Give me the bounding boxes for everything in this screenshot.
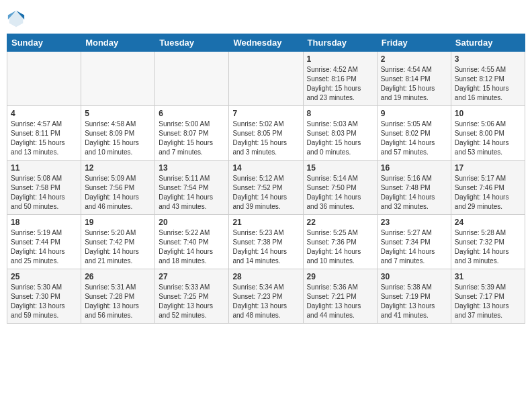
day-number: 22 (307, 218, 373, 227)
calendar-week-1: 1Sunrise: 4:52 AMSunset: 8:16 PMDaylight… (7, 52, 525, 106)
calendar-cell: 8Sunrise: 5:03 AMSunset: 8:03 PMDaylight… (303, 106, 377, 161)
logo (7, 9, 28, 28)
day-info: Sunrise: 5:27 AMSunset: 7:34 PMDaylight:… (381, 228, 447, 266)
calendar-cell: 24Sunrise: 5:28 AMSunset: 7:32 PMDayligh… (451, 215, 525, 269)
calendar-cell: 18Sunrise: 5:19 AMSunset: 7:44 PMDayligh… (7, 215, 81, 269)
day-number: 6 (159, 109, 225, 118)
day-info: Sunrise: 5:16 AMSunset: 7:48 PMDaylight:… (381, 174, 447, 212)
day-number: 25 (11, 272, 77, 281)
calendar-cell: 21Sunrise: 5:23 AMSunset: 7:38 PMDayligh… (229, 215, 303, 269)
calendar-cell: 25Sunrise: 5:30 AMSunset: 7:30 PMDayligh… (7, 269, 81, 324)
day-number: 20 (159, 218, 225, 227)
day-number: 3 (455, 54, 521, 64)
calendar-week-3: 11Sunrise: 5:08 AMSunset: 7:58 PMDayligh… (7, 161, 525, 215)
day-number: 15 (307, 163, 373, 173)
day-number: 2 (381, 54, 447, 64)
day-number: 26 (85, 272, 151, 281)
day-info: Sunrise: 5:08 AMSunset: 7:58 PMDaylight:… (11, 174, 77, 212)
day-info: Sunrise: 5:33 AMSunset: 7:25 PMDaylight:… (159, 283, 225, 320)
day-header-thursday: Thursday (303, 34, 377, 52)
day-number: 16 (381, 163, 447, 173)
day-number: 7 (232, 109, 299, 118)
calendar-cell: 26Sunrise: 5:31 AMSunset: 7:28 PMDayligh… (81, 269, 155, 324)
day-number: 31 (455, 272, 521, 281)
day-info: Sunrise: 5:23 AMSunset: 7:38 PMDaylight:… (232, 228, 299, 266)
day-header-sunday: Sunday (7, 34, 81, 52)
calendar-cell: 7Sunrise: 5:02 AMSunset: 8:05 PMDaylight… (229, 106, 303, 161)
day-number: 11 (11, 163, 77, 173)
calendar-week-5: 25Sunrise: 5:30 AMSunset: 7:30 PMDayligh… (7, 269, 525, 324)
day-info: Sunrise: 4:52 AMSunset: 8:16 PMDaylight:… (307, 65, 373, 103)
day-number: 9 (381, 109, 447, 118)
day-info: Sunrise: 5:31 AMSunset: 7:28 PMDaylight:… (85, 283, 151, 320)
calendar-cell: 10Sunrise: 5:06 AMSunset: 8:00 PMDayligh… (451, 106, 525, 161)
calendar-header-row: SundayMondayTuesdayWednesdayThursdayFrid… (7, 34, 525, 52)
day-info: Sunrise: 5:06 AMSunset: 8:00 PMDaylight:… (455, 120, 521, 157)
calendar-cell (229, 52, 303, 106)
day-number: 29 (307, 272, 373, 281)
calendar-week-2: 4Sunrise: 4:57 AMSunset: 8:11 PMDaylight… (7, 106, 525, 161)
calendar-cell (81, 52, 155, 106)
day-info: Sunrise: 5:39 AMSunset: 7:17 PMDaylight:… (455, 283, 521, 320)
day-info: Sunrise: 5:11 AMSunset: 7:54 PMDaylight:… (159, 174, 225, 212)
day-header-monday: Monday (81, 34, 155, 52)
day-number: 27 (159, 272, 225, 281)
calendar-cell: 14Sunrise: 5:12 AMSunset: 7:52 PMDayligh… (229, 161, 303, 215)
day-number: 4 (11, 109, 77, 118)
calendar-cell: 30Sunrise: 5:38 AMSunset: 7:19 PMDayligh… (377, 269, 451, 324)
calendar-cell: 13Sunrise: 5:11 AMSunset: 7:54 PMDayligh… (155, 161, 229, 215)
calendar-cell: 1Sunrise: 4:52 AMSunset: 8:16 PMDaylight… (303, 52, 377, 106)
day-info: Sunrise: 4:54 AMSunset: 8:14 PMDaylight:… (381, 65, 447, 103)
calendar-cell: 11Sunrise: 5:08 AMSunset: 7:58 PMDayligh… (7, 161, 81, 215)
day-number: 10 (455, 109, 521, 118)
calendar-cell: 6Sunrise: 5:00 AMSunset: 8:07 PMDaylight… (155, 106, 229, 161)
calendar-cell: 17Sunrise: 5:17 AMSunset: 7:46 PMDayligh… (451, 161, 525, 215)
day-info: Sunrise: 4:58 AMSunset: 8:09 PMDaylight:… (85, 120, 151, 157)
calendar-cell: 19Sunrise: 5:20 AMSunset: 7:42 PMDayligh… (81, 215, 155, 269)
day-info: Sunrise: 5:00 AMSunset: 8:07 PMDaylight:… (159, 120, 225, 157)
calendar-cell: 16Sunrise: 5:16 AMSunset: 7:48 PMDayligh… (377, 161, 451, 215)
calendar-cell: 2Sunrise: 4:54 AMSunset: 8:14 PMDaylight… (377, 52, 451, 106)
calendar-cell: 15Sunrise: 5:14 AMSunset: 7:50 PMDayligh… (303, 161, 377, 215)
calendar-cell (7, 52, 81, 106)
page-header (7, 7, 525, 28)
calendar-cell: 4Sunrise: 4:57 AMSunset: 8:11 PMDaylight… (7, 106, 81, 161)
day-info: Sunrise: 5:25 AMSunset: 7:36 PMDaylight:… (307, 228, 373, 266)
day-header-saturday: Saturday (451, 34, 525, 52)
day-number: 14 (232, 163, 299, 173)
day-info: Sunrise: 5:02 AMSunset: 8:05 PMDaylight:… (232, 120, 299, 157)
day-info: Sunrise: 5:38 AMSunset: 7:19 PMDaylight:… (381, 283, 447, 320)
day-number: 24 (455, 218, 521, 227)
logo-icon (7, 9, 26, 28)
calendar-cell: 27Sunrise: 5:33 AMSunset: 7:25 PMDayligh… (155, 269, 229, 324)
day-info: Sunrise: 5:19 AMSunset: 7:44 PMDaylight:… (11, 228, 77, 266)
day-info: Sunrise: 5:20 AMSunset: 7:42 PMDaylight:… (85, 228, 151, 266)
day-info: Sunrise: 5:14 AMSunset: 7:50 PMDaylight:… (307, 174, 373, 212)
calendar-cell (155, 52, 229, 106)
calendar-cell: 29Sunrise: 5:36 AMSunset: 7:21 PMDayligh… (303, 269, 377, 324)
calendar-cell: 9Sunrise: 5:05 AMSunset: 8:02 PMDaylight… (377, 106, 451, 161)
day-info: Sunrise: 5:09 AMSunset: 7:56 PMDaylight:… (85, 174, 151, 212)
calendar-cell: 20Sunrise: 5:22 AMSunset: 7:40 PMDayligh… (155, 215, 229, 269)
day-number: 5 (85, 109, 151, 118)
day-info: Sunrise: 5:03 AMSunset: 8:03 PMDaylight:… (307, 120, 373, 157)
day-number: 17 (455, 163, 521, 173)
calendar-cell: 23Sunrise: 5:27 AMSunset: 7:34 PMDayligh… (377, 215, 451, 269)
calendar-table: SundayMondayTuesdayWednesdayThursdayFrid… (7, 34, 525, 324)
day-number: 23 (381, 218, 447, 227)
day-info: Sunrise: 5:34 AMSunset: 7:23 PMDaylight:… (232, 283, 299, 320)
calendar-cell: 12Sunrise: 5:09 AMSunset: 7:56 PMDayligh… (81, 161, 155, 215)
day-number: 12 (85, 163, 151, 173)
calendar-cell: 28Sunrise: 5:34 AMSunset: 7:23 PMDayligh… (229, 269, 303, 324)
day-info: Sunrise: 5:05 AMSunset: 8:02 PMDaylight:… (381, 120, 447, 157)
calendar-cell: 31Sunrise: 5:39 AMSunset: 7:17 PMDayligh… (451, 269, 525, 324)
day-number: 1 (307, 54, 373, 64)
day-info: Sunrise: 4:55 AMSunset: 8:12 PMDaylight:… (455, 65, 521, 103)
calendar-cell: 3Sunrise: 4:55 AMSunset: 8:12 PMDaylight… (451, 52, 525, 106)
day-header-friday: Friday (377, 34, 451, 52)
calendar-cell: 22Sunrise: 5:25 AMSunset: 7:36 PMDayligh… (303, 215, 377, 269)
day-number: 21 (232, 218, 299, 227)
day-header-wednesday: Wednesday (229, 34, 303, 52)
day-info: Sunrise: 5:30 AMSunset: 7:30 PMDaylight:… (11, 283, 77, 320)
day-number: 18 (11, 218, 77, 227)
